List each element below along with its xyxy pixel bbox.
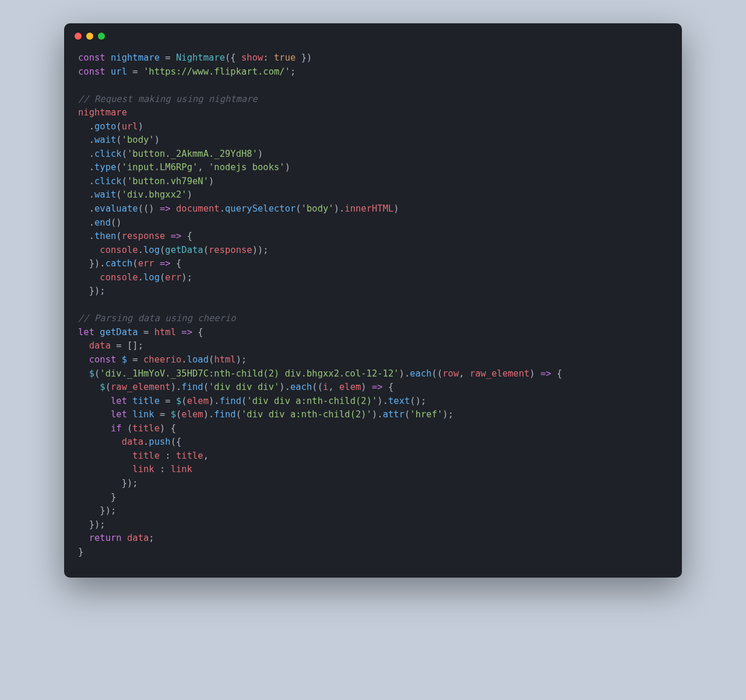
var-nightmare: nightmare [111, 52, 160, 63]
keyword-const: const [78, 52, 105, 63]
maximize-icon[interactable] [98, 33, 105, 40]
var-url: url [111, 66, 127, 77]
fn-nightmare: Nightmare [176, 52, 225, 63]
window-titlebar [64, 23, 682, 44]
code-block: const nightmare = Nightmare({ show: true… [64, 44, 682, 578]
comment: // Parsing data using cheerio [78, 313, 236, 323]
minimize-icon[interactable] [86, 33, 93, 40]
code-window: const nightmare = Nightmare({ show: true… [64, 23, 682, 578]
close-icon[interactable] [75, 33, 82, 40]
comment: // Request making using nightmare [78, 94, 258, 104]
